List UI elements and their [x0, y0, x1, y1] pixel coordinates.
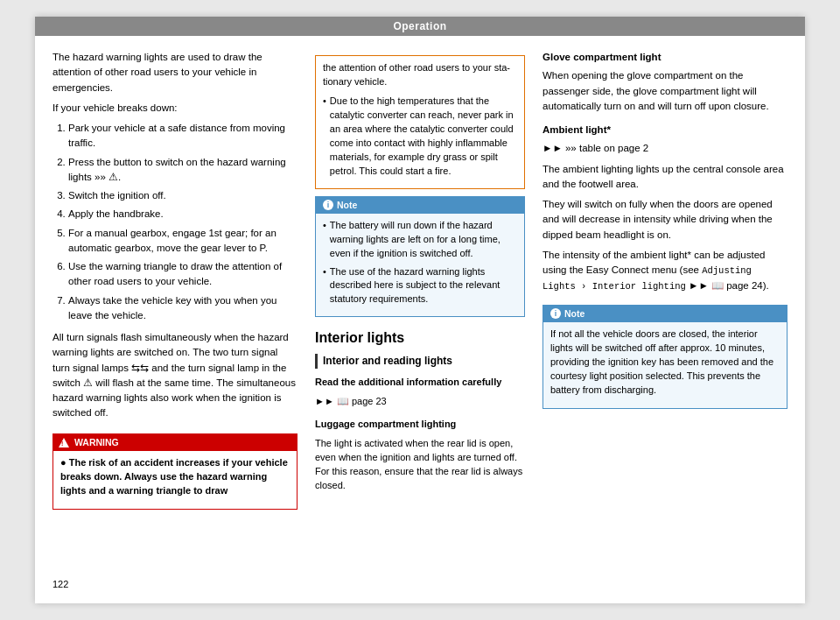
note-bullet-2: The use of the hazard warning lights des… — [323, 265, 517, 307]
read-info-text: Read the additional information carefull… — [315, 376, 525, 390]
arrow-icon: ►► — [315, 396, 334, 406]
page-ref-1: page 23 — [352, 396, 387, 406]
step-4: Apply the handbrake. — [68, 207, 298, 222]
step-7: Always take the vehicle key with you whe… — [68, 293, 298, 324]
note-bullet-2-text: The use of the hazard warning lights des… — [330, 265, 517, 307]
read-ref: ►► 📖 page 23 — [315, 395, 525, 409]
step-3: Switch the ignition off. — [68, 188, 298, 203]
note-box-2: i Note If not all the vehicle doors are … — [542, 305, 788, 409]
right-column: Glove compartment light When opening the… — [542, 50, 788, 510]
all-turn-text: All turn signals flash simultaneously wh… — [52, 330, 298, 421]
operation-title: Operation — [393, 20, 446, 32]
luggage-title: Luggage compartment lighting — [315, 418, 525, 432]
note-bullet-1: The battery will run down if the hazard … — [323, 219, 517, 261]
note-label-1: Note — [337, 199, 357, 212]
interior-reading-lights-bar: Interior and reading lights — [315, 354, 525, 369]
warning-text: ● The risk of an accident increases if y… — [60, 456, 290, 498]
info-icon-2: i — [550, 308, 561, 319]
caution-bullet-1-text: Due to the high temperatures that the ca… — [330, 95, 517, 179]
step-1: Park your vehicle at a safe distance fro… — [68, 121, 298, 151]
interior-lights-title: Interior lights — [315, 328, 525, 348]
middle-column: the attention of other road users to you… — [315, 50, 525, 510]
ambient-ref-2: ►► 📖 page 24). — [689, 280, 769, 291]
caution-text: the attention of other road users to you… — [323, 61, 517, 89]
operation-header: Operation — [35, 17, 805, 36]
note-box-1: i Note The battery will run down if the … — [315, 196, 525, 318]
left-column: The hazard warning lights are used to dr… — [52, 50, 298, 510]
steps-list: Park your vehicle at a safe distance fro… — [52, 121, 298, 323]
page: Operation The hazard warning lights are … — [35, 17, 805, 603]
caution-box: the attention of other road users to you… — [315, 55, 525, 189]
note-header-1: i Note — [316, 197, 524, 214]
warning-box: WARNING ● The risk of an accident increa… — [52, 433, 298, 511]
step-6: Use the warning triangle to draw the att… — [68, 259, 298, 290]
intro-text: The hazard warning lights are used to dr… — [52, 50, 298, 95]
note-header-2: i Note — [543, 306, 787, 323]
luggage-text: The light is activated when the rear lid… — [315, 437, 525, 493]
caution-bullet-1: Due to the high temperatures that the ca… — [323, 95, 517, 179]
warning-label: WARNING — [74, 436, 119, 450]
ambient-text-2: They will switch on fully when the doors… — [542, 197, 788, 243]
ambient-text-3: The intensity of the ambient light* can … — [542, 248, 788, 294]
note-text-2: If not all the vehicle doors are closed,… — [550, 328, 780, 398]
table-ref-icon: ►► — [542, 143, 563, 153]
note-label-2: Note — [564, 307, 584, 321]
warning-triangle-icon — [59, 438, 69, 447]
glove-title: Glove compartment light — [542, 50, 788, 65]
glove-text: When opening the glove compartment on th… — [542, 68, 788, 114]
book-icon-1: 📖 — [337, 396, 349, 406]
ambient-text-1: The ambient lighting lights up the centr… — [542, 162, 788, 193]
note-bullet-1-text: The battery will run down if the hazard … — [330, 219, 517, 261]
ambient-ref: ►► »» table on page 2 — [542, 141, 788, 156]
break-intro: If your vehicle breaks down: — [52, 101, 298, 116]
ambient-title: Ambient light* — [542, 123, 788, 137]
info-icon-1: i — [323, 200, 333, 210]
ambient-ref-text: »» table on page 2 — [565, 143, 648, 153]
content-area: The hazard warning lights are used to dr… — [35, 36, 805, 524]
step-2: Press the button to switch on the hazard… — [68, 155, 298, 186]
warning-header: WARNING — [53, 434, 297, 452]
page-number: 122 — [52, 579, 68, 589]
step-5: For a manual gearbox, engage 1st gear; f… — [68, 226, 298, 257]
